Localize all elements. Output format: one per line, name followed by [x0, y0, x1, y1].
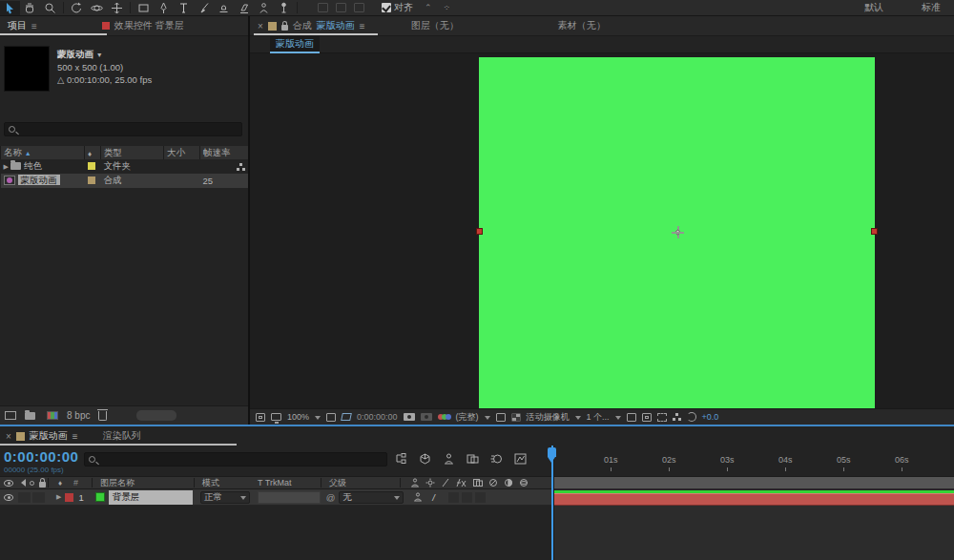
monitor-icon[interactable]	[271, 413, 281, 421]
align-checkbox[interactable]	[382, 3, 391, 12]
transparency-grid-icon[interactable]	[511, 413, 521, 422]
layer-solo-toggle[interactable]	[32, 492, 45, 503]
tab-composition[interactable]: × 合成 蒙版动画 ≡	[250, 19, 375, 32]
view-layout-value[interactable]: 1 个...	[587, 411, 610, 424]
trkmat-dropdown[interactable]	[258, 491, 321, 504]
work-area-bar[interactable]	[554, 476, 954, 489]
layer-row[interactable]: ▶ 1 背景层 正常 @ 无 /	[0, 489, 553, 506]
layer-handle-left[interactable]	[476, 228, 483, 235]
tab-timeline-comp[interactable]: × 蒙版动画 ≡	[0, 429, 88, 443]
project-search-field[interactable]	[4, 122, 242, 136]
layer-shy-toggle[interactable]	[413, 492, 423, 502]
panel-menu-icon[interactable]: ≡	[73, 431, 78, 442]
workspace-default-button[interactable]: 默认	[864, 1, 883, 14]
magnification-value[interactable]: 100%	[287, 412, 309, 422]
layer-3d-toggle[interactable]	[475, 492, 486, 503]
project-search-input[interactable]	[18, 125, 238, 135]
lock-column-icon[interactable]	[39, 482, 46, 487]
breadcrumb-comp-chip[interactable]: 蒙版动画	[270, 36, 320, 53]
new-folder-icon[interactable]	[25, 412, 35, 420]
close-icon[interactable]: ×	[6, 431, 11, 442]
column-name[interactable]: 名称 ▲	[1, 146, 85, 159]
frame-blending-icon[interactable]	[467, 453, 479, 465]
panel-menu-icon[interactable]: ≡	[31, 21, 37, 31]
exposure-value[interactable]: +0.0	[702, 412, 719, 422]
puppet-pin-tool-icon[interactable]	[274, 1, 294, 15]
footer-scrollbar[interactable]	[136, 410, 176, 421]
trkmat-column[interactable]: T TrkMat	[258, 478, 319, 487]
video-column-icon[interactable]	[4, 480, 13, 487]
timeline-search-input[interactable]	[98, 455, 383, 465]
timeline-timecode[interactable]: 0:00:00:00	[4, 448, 78, 465]
mask-expansion-icon[interactable]: ⌃	[425, 3, 432, 12]
current-time-display[interactable]: 0:00:00:00 00000 (25.00 fps)	[4, 448, 78, 474]
shape-tool-icon[interactable]	[134, 1, 154, 15]
draft-3d-icon[interactable]	[419, 453, 431, 465]
mode-column[interactable]: 模式	[202, 477, 258, 489]
type-tool-icon[interactable]	[174, 1, 194, 15]
rotation-tool-icon[interactable]	[67, 1, 87, 15]
layer-frame-blend-toggle[interactable]	[448, 492, 459, 503]
camera-view-value[interactable]: 活动摄像机	[527, 411, 570, 424]
timeline-button-icon[interactable]	[657, 413, 667, 422]
selection-tool-icon[interactable]	[0, 1, 20, 15]
quality-switch-icon[interactable]	[441, 478, 450, 487]
camera-tool-icon[interactable]	[87, 1, 107, 15]
interpret-footage-icon[interactable]	[5, 411, 16, 420]
frame-blend-switch-icon[interactable]	[473, 478, 483, 487]
viewer-timecode[interactable]: 0:00:00:00	[357, 412, 398, 422]
layer-duration-bar[interactable]	[554, 493, 954, 506]
reset-exposure-icon[interactable]	[687, 412, 696, 422]
pixel-aspect-correction-icon[interactable]	[627, 413, 636, 422]
layer-quality-toggle[interactable]: /	[432, 492, 435, 503]
tab-render-queue[interactable]: 渲染队列	[88, 429, 156, 443]
show-snapshot-icon[interactable]	[421, 413, 432, 421]
shy-switch-icon[interactable]	[410, 478, 420, 487]
workspace-standard-button[interactable]: 标准	[922, 1, 941, 14]
brush-tool-icon[interactable]	[194, 1, 214, 15]
roto-brush-tool-icon[interactable]	[254, 1, 274, 15]
column-label[interactable]: ♦	[85, 146, 101, 159]
zoom-tool-icon[interactable]	[40, 1, 60, 15]
tab-effect-controls[interactable]: 效果控件 背景层	[94, 16, 192, 35]
column-framerate[interactable]: 帧速率	[200, 146, 249, 159]
close-icon[interactable]: ×	[258, 21, 263, 31]
shy-icon[interactable]	[443, 453, 455, 465]
always-preview-icon[interactable]	[256, 413, 265, 422]
camera-view-caret-icon[interactable]	[575, 416, 581, 423]
layer-twirl-icon[interactable]: ▶	[56, 493, 61, 501]
blend-mode-dropdown[interactable]: 正常	[200, 491, 250, 504]
timeline-search-field[interactable]	[84, 452, 387, 467]
label-color-swatch[interactable]	[88, 176, 95, 184]
mask-visibility-icon[interactable]	[341, 413, 352, 421]
align-toggle[interactable]: 对齐	[382, 1, 413, 14]
view-layout-caret-icon[interactable]	[615, 416, 621, 423]
motion-blur-switch-icon[interactable]	[488, 478, 498, 487]
table-row-folder[interactable]: ▶纯色 文件夹	[1, 159, 249, 174]
table-row-composition[interactable]: 蒙版动画 合成 25	[1, 174, 249, 188]
time-ruler[interactable]: 01s 02s 03s 04s 05s 06s	[554, 446, 954, 476]
adjustment-switch-icon[interactable]	[504, 478, 513, 487]
tab-footage[interactable]: 素材（无）	[539, 19, 625, 32]
resolution-value[interactable]: (完整)	[456, 411, 479, 424]
playhead[interactable]	[550, 446, 554, 560]
audio-column-icon[interactable]	[17, 479, 26, 487]
tab-layer[interactable]: 图层（无）	[392, 19, 478, 32]
region-of-interest-icon[interactable]	[496, 413, 506, 422]
layer-name[interactable]: 背景层	[109, 490, 193, 505]
column-type[interactable]: 类型	[101, 146, 164, 159]
clone-stamp-tool-icon[interactable]	[214, 1, 234, 15]
graph-editor-icon[interactable]	[514, 453, 527, 465]
parent-dropdown[interactable]: 无	[339, 491, 404, 504]
fx-switch-icon[interactable]	[456, 478, 467, 487]
solid-color-swatch[interactable]	[95, 492, 105, 502]
label-column-icon[interactable]: ♦	[58, 479, 62, 487]
twirl-icon[interactable]: ▶	[4, 163, 9, 170]
layer-name-column[interactable]: 图层名称	[100, 477, 192, 489]
item-name[interactable]: 蒙版动画	[18, 175, 60, 185]
column-size[interactable]: 大小	[164, 146, 200, 159]
parent-pickwhip-icon[interactable]: @	[326, 492, 336, 503]
anchor-point-icon[interactable]	[672, 226, 684, 239]
hand-tool-icon[interactable]	[20, 1, 40, 15]
snapshot-icon[interactable]	[404, 413, 415, 421]
